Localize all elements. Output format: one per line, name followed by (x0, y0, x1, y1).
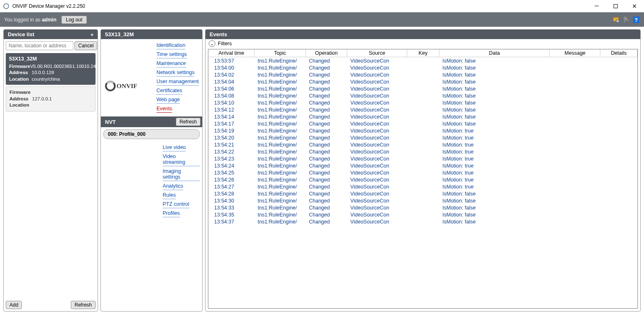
nvt-refresh-button[interactable]: Refresh (176, 118, 201, 126)
titlebar: ONVIF Device Manager v2.2.250 ✕ (0, 0, 644, 12)
close-button[interactable]: ✕ (625, 0, 644, 12)
profile-item[interactable]: 000: Profile_000 (103, 129, 200, 139)
device-list-header: Device list « (4, 30, 98, 39)
table-row[interactable]: 13:54:26tns1:RuleEngine/ChangedVideoSour… (208, 176, 637, 183)
table-row[interactable]: 13:54:19tns1:RuleEngine/ChangedVideoSour… (208, 127, 637, 134)
table-row[interactable]: 13:54:04tns1:RuleEngine/ChangedVideoSour… (208, 78, 637, 85)
table-row[interactable]: 13:54:20tns1:RuleEngine/ChangedVideoSour… (208, 134, 637, 141)
col-arrival-time[interactable]: Arrival time (208, 49, 254, 57)
table-row[interactable]: 13:54:27tns1:RuleEngine/ChangedVideoSour… (208, 183, 637, 190)
app-icon (3, 3, 9, 9)
device-link-maintenance[interactable]: Maintenance (156, 60, 186, 67)
events-title: Events (210, 31, 227, 37)
table-row[interactable]: 13:54:06tns1:RuleEngine/ChangedVideoSour… (208, 85, 637, 92)
events-header: Events (205, 30, 640, 39)
device-link-identification[interactable]: Identification (156, 42, 185, 49)
events-panel: Events ⌄ Filters Arrival timeTopicOperat… (205, 29, 641, 312)
device-detail-title: 53X13_32M (105, 31, 134, 37)
svg-text:ONVIF: ONVIF (117, 82, 137, 89)
device-list-title: Device list (8, 31, 34, 37)
nvt-link-analytics[interactable]: Analytics (163, 182, 183, 190)
table-row[interactable]: 13:54:10tns1:RuleEngine/ChangedVideoSour… (208, 99, 637, 106)
filters-toggle[interactable]: ⌄ Filters (205, 39, 640, 48)
table-row[interactable]: 13:54:28tns1:RuleEngine/ChangedVideoSour… (208, 190, 637, 197)
settings-icon[interactable] (613, 16, 620, 23)
nvt-link-video-streaming[interactable]: Video streaming (163, 153, 200, 166)
table-row[interactable]: 13:54:14tns1:RuleEngine/ChangedVideoSour… (208, 113, 637, 120)
col-data[interactable]: Data (439, 49, 550, 57)
refresh-devices-button[interactable]: Refresh (71, 301, 96, 309)
device-search-input[interactable] (6, 41, 73, 50)
table-row[interactable]: 13:54:35tns1:RuleEngine/ChangedVideoSour… (208, 211, 637, 218)
window-title: ONVIF Device Manager v2.2.250 (12, 3, 85, 9)
table-row[interactable]: 13:54:24tns1:RuleEngine/ChangedVideoSour… (208, 162, 637, 169)
col-topic[interactable]: Topic (254, 49, 306, 57)
col-message[interactable]: Message (550, 49, 600, 57)
events-table: Arrival timeTopicOperationSourceKeyDataM… (208, 49, 637, 225)
table-row[interactable]: 13:54:37tns1:RuleEngine/ChangedVideoSour… (208, 218, 637, 225)
device-link-time-settings[interactable]: Time settings (156, 51, 187, 58)
col-details[interactable]: Details (600, 49, 637, 57)
col-operation[interactable]: Operation (306, 49, 347, 57)
svg-text:?: ? (635, 17, 638, 23)
help-icon[interactable]: ? (632, 16, 640, 23)
nvt-link-ptz-control[interactable]: PTZ control (163, 200, 189, 208)
nvt-header: NVT Refresh (101, 116, 202, 127)
table-row[interactable]: 13:54:02tns1:RuleEngine/ChangedVideoSour… (208, 71, 637, 78)
nvt-link-profiles[interactable]: Profiles (163, 209, 180, 217)
table-row[interactable]: 13:54:22tns1:RuleEngine/ChangedVideoSour… (208, 148, 637, 155)
table-row[interactable]: 13:53:57tns1:RuleEngine/ChangedVideoSour… (208, 57, 637, 65)
table-row[interactable]: 13:54:08tns1:RuleEngine/ChangedVideoSour… (208, 92, 637, 99)
filters-label: Filters (218, 41, 232, 47)
device-link-user-management[interactable]: User management (156, 78, 199, 86)
logout-button[interactable]: Log out (61, 16, 87, 24)
table-row[interactable]: 13:54:12tns1:RuleEngine/ChangedVideoSour… (208, 106, 637, 113)
chevron-down-icon: ⌄ (209, 40, 215, 47)
nvt-title: NVT (105, 119, 116, 125)
device-card[interactable]: Firmware Address127.0.0.1 Location (6, 86, 96, 112)
table-row[interactable]: 13:54:33tns1:RuleEngine/ChangedVideoSour… (208, 204, 637, 211)
device-link-web-page[interactable]: Web page (156, 96, 180, 104)
collapse-icon[interactable]: « (91, 32, 93, 37)
device-list-panel: Device list « Cancel 53X13_32M FirmwareV… (3, 29, 98, 312)
col-key[interactable]: Key (407, 49, 439, 57)
table-row[interactable]: 13:54:30tns1:RuleEngine/ChangedVideoSour… (208, 197, 637, 204)
table-row[interactable]: 13:54:25tns1:RuleEngine/ChangedVideoSour… (208, 169, 637, 176)
device-link-certificates[interactable]: Certificates (156, 87, 182, 95)
nvt-link-imaging-settings[interactable]: Imaging settings (163, 167, 200, 181)
minimize-button[interactable] (587, 0, 606, 12)
cancel-search-button[interactable]: Cancel (75, 41, 97, 50)
maximize-button[interactable] (606, 0, 625, 12)
tools-icon[interactable] (623, 16, 630, 23)
col-source[interactable]: Source (347, 49, 407, 57)
device-link-events[interactable]: Events (156, 105, 172, 113)
device-card-selected[interactable]: 53X13_32M FirmwareV5.00.R01.00023651.100… (6, 53, 96, 85)
device-link-network-settings[interactable]: Network settings (156, 69, 194, 77)
table-row[interactable]: 13:54:00tns1:RuleEngine/ChangedVideoSour… (208, 64, 637, 71)
table-row[interactable]: 13:54:23tns1:RuleEngine/ChangedVideoSour… (208, 155, 637, 162)
svg-point-1 (616, 19, 619, 23)
device-detail-header: 53X13_32M (101, 30, 202, 39)
svg-point-2 (624, 17, 626, 19)
table-row[interactable]: 13:54:21tns1:RuleEngine/ChangedVideoSour… (208, 141, 637, 148)
login-bar: You logged in as admin Log out ? (0, 12, 644, 27)
device-name: 53X13_32M (9, 56, 92, 63)
device-detail-panel: 53X13_32M ONVIF IdentificationTime setti… (100, 29, 203, 312)
onvif-logo: ONVIF (101, 39, 156, 116)
nvt-link-live-video[interactable]: Live video (163, 144, 186, 151)
table-row[interactable]: 13:54:17tns1:RuleEngine/ChangedVideoSour… (208, 120, 637, 127)
nvt-link-rules[interactable]: Rules (163, 191, 176, 199)
add-device-button[interactable]: Add (6, 301, 22, 309)
login-info: You logged in as admin (4, 17, 56, 23)
